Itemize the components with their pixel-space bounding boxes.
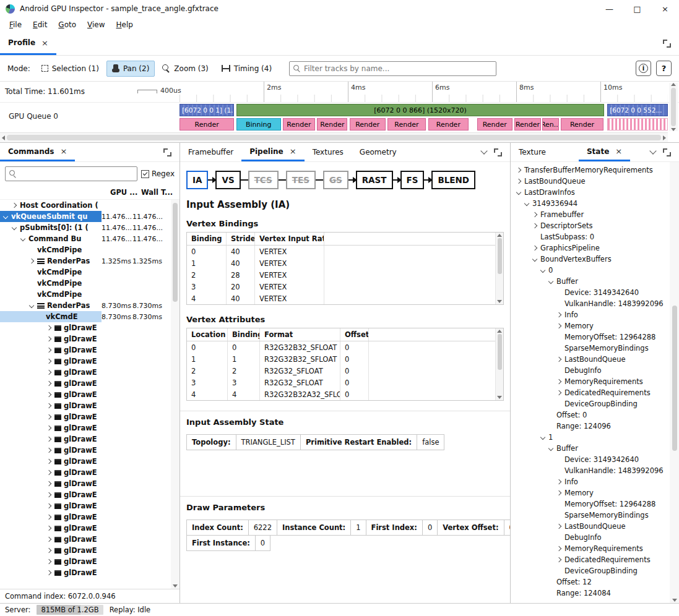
menu-item-file[interactable]: File	[4, 19, 27, 31]
command-row[interactable]: vkQueueSubmit qu11.476...11.476...	[0, 211, 171, 222]
state-tree-row[interactable]: Info	[511, 309, 670, 320]
renderpass-span[interactable]: [6072 0 0 866] (1520x720)	[236, 104, 605, 116]
tab-profile[interactable]: Profile ×	[0, 32, 56, 55]
state-tree-row[interactable]: SparseMemoryBindings	[511, 510, 670, 521]
tree-chevron-icon[interactable]	[29, 259, 34, 263]
table-row[interactable]: 44R32G32B32A32_SFLOAT0	[187, 388, 503, 400]
table-row[interactable]: 22R32G32_SFLOAT0	[187, 365, 503, 377]
scroll-thumb[interactable]	[173, 203, 178, 302]
tree-chevron-icon[interactable]	[29, 303, 34, 308]
menu-item-goto[interactable]: Goto	[53, 19, 82, 31]
tab-texture[interactable]: Texture	[511, 143, 554, 161]
state-tree-row[interactable]: DebugInfo	[511, 532, 670, 543]
command-row[interactable]: glDrawE	[0, 411, 171, 422]
menu-item-view[interactable]: View	[82, 19, 110, 31]
selection-mode-button[interactable]: Selection (1)	[36, 61, 105, 77]
close-button[interactable]: ×	[651, 0, 679, 17]
scroll-right-icon[interactable]	[663, 135, 666, 140]
tree-chevron-icon[interactable]	[540, 268, 545, 273]
binning-span[interactable]: Binning	[236, 118, 282, 130]
table-row[interactable]: 320VERTEX	[187, 281, 503, 293]
scroll-left-icon[interactable]	[2, 135, 5, 140]
state-tree-row[interactable]: BoundVertexBuffers	[511, 254, 670, 265]
scroll-up-icon[interactable]	[497, 330, 502, 333]
scroll-thumb[interactable]	[672, 306, 677, 451]
scroll-down-icon[interactable]	[173, 584, 178, 588]
command-row[interactable]: glDrawE	[0, 478, 171, 489]
info-button[interactable]: i	[636, 61, 651, 76]
state-tree-row[interactable]: DeviceGroupBinding	[511, 565, 670, 576]
filter-tracks-input[interactable]	[304, 64, 492, 73]
state-tree-row[interactable]: Range: 124084	[511, 588, 670, 599]
state-tree-row[interactable]: Buffer	[511, 276, 670, 287]
tree-chevron-icon[interactable]	[46, 559, 51, 564]
tree-chevron-icon[interactable]	[556, 479, 561, 484]
table-row[interactable]: 228VERTEX	[187, 269, 503, 281]
stage-tcs-button[interactable]: TCS	[248, 171, 279, 189]
command-row[interactable]: Host Coordination (	[0, 200, 171, 211]
vk-submit-span[interactable]: [6072 0 0 552...	[607, 104, 668, 116]
state-tree-row[interactable]: LastBoundQueue	[511, 521, 670, 532]
tree-chevron-icon[interactable]	[46, 481, 51, 486]
state-tree-row[interactable]: VulkanHandle: 1483992096	[511, 298, 670, 309]
command-row[interactable]: glDrawE	[0, 500, 171, 511]
state-tree-row[interactable]: Offset: 12	[511, 576, 670, 588]
command-row[interactable]: RenderPas8.730ms8.730ms	[0, 300, 171, 311]
gpu-time-column-header[interactable]: GPU ...	[110, 188, 141, 197]
tree-chevron-icon[interactable]	[46, 348, 51, 353]
state-tree-row[interactable]: MemoryOffset: 12964288	[511, 332, 670, 343]
tree-chevron-icon[interactable]	[46, 359, 51, 364]
state-tree-row[interactable]: 0	[511, 265, 670, 276]
command-row[interactable]: glDrawE	[0, 422, 171, 434]
table-row[interactable]: 33R32G32_SFLOAT0	[187, 377, 503, 388]
tree-chevron-icon[interactable]	[516, 179, 521, 184]
state-tree-row[interactable]: MemoryRequirements	[511, 376, 670, 387]
track-area[interactable]: [6072 0 0 1] (1...[6072 0 0 866] (1520x7…	[179, 103, 668, 132]
tree-chevron-icon[interactable]	[46, 336, 51, 341]
tree-chevron-icon[interactable]	[20, 236, 25, 241]
tree-chevron-icon[interactable]	[12, 203, 17, 208]
command-row[interactable]: RenderPas1.325ms1.325ms	[0, 255, 171, 267]
vscroll-thumb[interactable]	[671, 88, 676, 126]
tree-chevron-icon[interactable]	[46, 570, 51, 575]
tree-chevron-icon[interactable]	[46, 325, 51, 330]
command-row[interactable]: glDrawE	[0, 456, 171, 467]
regex-toggle[interactable]: Regex	[141, 169, 175, 178]
tree-chevron-icon[interactable]	[556, 546, 561, 551]
scroll-down-icon[interactable]	[497, 396, 502, 399]
tab-framebuffer[interactable]: Framebuffer	[180, 143, 241, 161]
render-span[interactable]: Ren...	[542, 118, 559, 130]
state-tree-row[interactable]: LastBoundQueue	[511, 176, 670, 187]
pan-mode-button[interactable]: Pan (2)	[106, 61, 155, 77]
tree-chevron-icon[interactable]	[46, 548, 51, 553]
tab-commands[interactable]: Commands ×	[0, 143, 75, 161]
state-tree-row[interactable]: Memory	[511, 487, 670, 498]
help-button[interactable]: ?	[656, 61, 672, 76]
state-tree-row[interactable]: LastBoundQueue	[511, 354, 670, 365]
filter-box[interactable]	[289, 61, 496, 76]
tab-close-icon[interactable]: ×	[41, 38, 48, 48]
tree-chevron-icon[interactable]	[46, 515, 51, 520]
tree-chevron-icon[interactable]	[532, 257, 537, 262]
state-tree-row[interactable]: MemoryOffset: 12964288	[511, 498, 670, 510]
state-tree-row[interactable]: Range: 124096	[511, 421, 670, 432]
stage-gs-button[interactable]: GS	[323, 171, 348, 189]
tab-close-icon[interactable]: ×	[60, 147, 67, 156]
command-row[interactable]: Command Bu11.476...11.476...	[0, 233, 171, 244]
command-row[interactable]: glDrawE	[0, 523, 171, 534]
stage-fs-button[interactable]: FS	[400, 171, 425, 189]
command-row[interactable]: glDrawE	[0, 556, 171, 567]
tab-close-icon[interactable]: ×	[290, 147, 296, 156]
vk-submit-span[interactable]: [6072 0 0 1] (1...	[179, 104, 234, 116]
state-tree-row[interactable]: LastSubpass: 0	[511, 231, 670, 242]
scroll-thumb[interactable]	[498, 334, 502, 370]
render-span[interactable]: Render	[477, 118, 513, 130]
tree-chevron-icon[interactable]	[46, 370, 51, 375]
tree-chevron-icon[interactable]	[532, 246, 537, 250]
timeline-vscrollbar[interactable]	[669, 83, 678, 131]
render-span[interactable]: Render	[317, 118, 347, 130]
stage-vs-button[interactable]: VS	[215, 171, 240, 189]
tree-chevron-icon[interactable]	[524, 201, 529, 206]
tree-chevron-icon[interactable]	[46, 448, 51, 453]
command-row[interactable]: vkCmdPipe	[0, 289, 171, 300]
